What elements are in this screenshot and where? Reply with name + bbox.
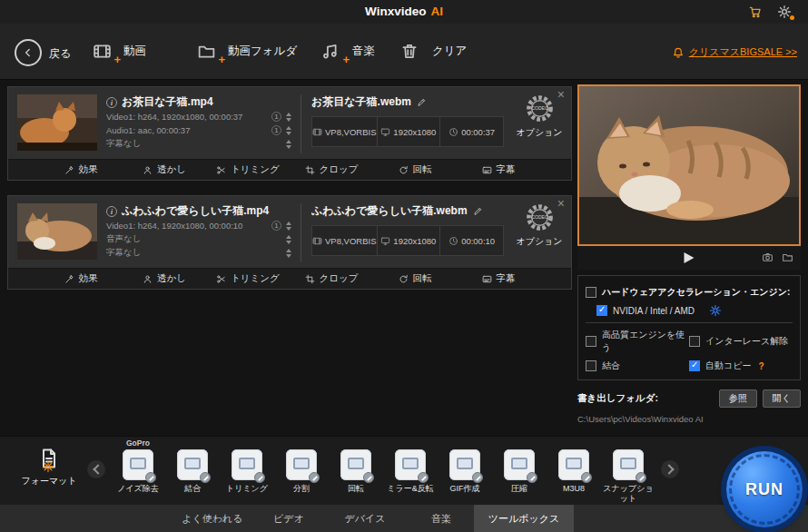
tool-mirror-flip[interactable]: ミラー&反転 xyxy=(385,449,436,503)
tool-merge[interactable]: 結合 xyxy=(167,449,218,503)
high-quality-checkbox[interactable] xyxy=(586,336,596,347)
add-music-button[interactable]: 音楽 xyxy=(320,42,375,61)
tool-compress[interactable]: 圧縮 xyxy=(494,449,545,503)
rotate-button[interactable]: 回転 xyxy=(373,163,457,176)
tool-snapshot[interactable]: スナップショット xyxy=(603,449,654,503)
trim-button[interactable]: トリミング xyxy=(206,272,290,285)
promo-banner-link[interactable]: クリスマスBIGSALE >> xyxy=(672,45,797,59)
cart-icon[interactable] xyxy=(748,5,763,19)
video-track-badge: 1 xyxy=(271,221,281,231)
tool-icon xyxy=(395,449,426,480)
codec-option-button[interactable]: CODEC オプション xyxy=(513,92,566,139)
tool-m3u8[interactable]: M3U8 xyxy=(548,449,599,503)
effect-button[interactable]: 効果 xyxy=(39,163,123,176)
subtitle-selector[interactable] xyxy=(286,140,291,149)
tool-icon xyxy=(504,449,535,480)
watermark-button[interactable]: 透かし xyxy=(123,163,206,176)
codec-chip: VP8,VORBIS xyxy=(312,117,377,146)
video-track-selector[interactable] xyxy=(286,113,291,122)
edit-actions-bar: 効果 透かし トリミング クロップ 回転 字幕 xyxy=(8,268,571,289)
tool-icon xyxy=(449,449,480,480)
wrench-badge-icon xyxy=(145,472,156,483)
settings-gear-icon[interactable] xyxy=(777,5,792,19)
tool-trim[interactable]: トリミング xyxy=(222,449,272,503)
tool-gif-maker[interactable]: GIF作成 xyxy=(439,449,490,503)
rename-pencil-icon[interactable] xyxy=(473,206,483,216)
merge-checkbox[interactable] xyxy=(586,360,596,371)
auto-copy-checkbox[interactable] xyxy=(689,360,700,371)
subtitle-button[interactable]: 字幕 xyxy=(457,272,540,285)
subtitle-info: 字幕なし xyxy=(106,247,286,259)
scroll-right-icon[interactable] xyxy=(661,460,679,478)
add-video-folder-button[interactable]: 動画フォルダ xyxy=(195,42,297,61)
add-video-button[interactable]: 動画 xyxy=(91,42,146,61)
video-track-selector[interactable] xyxy=(286,222,291,231)
run-button[interactable]: RUN xyxy=(726,451,803,527)
tab-video[interactable]: ビデオ xyxy=(256,505,321,532)
back-button[interactable] xyxy=(15,39,42,66)
tool-split[interactable]: 分割 xyxy=(276,449,327,503)
source-filename: お茶目な子猫.mp4 xyxy=(122,94,213,110)
tool-icon xyxy=(177,449,208,480)
subtitle-selector[interactable] xyxy=(286,249,291,258)
info-icon xyxy=(106,206,117,217)
audio-track-selector[interactable] xyxy=(286,235,291,244)
audio-track-badge: 1 xyxy=(271,125,281,135)
help-icon[interactable]: ? xyxy=(758,361,764,371)
gopro-label: GoPro xyxy=(113,438,163,448)
tool-icon xyxy=(558,449,589,480)
crop-icon xyxy=(305,165,315,175)
scissors-icon xyxy=(216,274,226,284)
browse-button[interactable]: 参照 xyxy=(719,389,757,408)
tab-device[interactable]: デバイス xyxy=(321,505,409,532)
crop-button[interactable]: クロップ xyxy=(290,163,373,176)
rotate-icon xyxy=(399,274,409,284)
codec-option-button[interactable]: CODEC オプション xyxy=(513,201,566,248)
audio-track-selector[interactable] xyxy=(286,126,291,135)
tab-toolbox[interactable]: ツールボックス xyxy=(474,505,574,532)
subtitle-button[interactable]: 字幕 xyxy=(457,163,540,176)
resolution-chip: 1920x1080 xyxy=(377,117,440,146)
deinterlace-checkbox[interactable] xyxy=(689,336,700,347)
gpu-gear-icon[interactable] xyxy=(709,304,722,317)
watermark-button[interactable]: 透かし xyxy=(123,272,206,285)
tool-rotate[interactable]: 回転 xyxy=(330,449,381,503)
format-button[interactable]: フォーマット xyxy=(20,446,78,488)
clock-icon xyxy=(448,127,458,137)
scroll-left-icon[interactable] xyxy=(87,460,105,478)
source-filename: ふわふわで愛らしい子猫.mp4 xyxy=(122,203,269,219)
subtitle-icon xyxy=(482,165,492,175)
snapshot-camera-icon[interactable] xyxy=(762,251,774,263)
tab-frequently-used[interactable]: よく使われる xyxy=(169,505,256,532)
wrench-badge-icon xyxy=(200,472,211,483)
crop-button[interactable]: クロップ xyxy=(290,272,373,285)
hw-accel-label: ハードウェアアクセラレーション・エンジン: xyxy=(602,286,790,299)
wrench-badge-icon xyxy=(418,472,429,483)
clear-button[interactable]: クリア xyxy=(399,42,467,61)
open-button[interactable]: 開く xyxy=(763,389,801,408)
crop-icon xyxy=(305,274,315,284)
clock-icon xyxy=(448,236,458,246)
wand-icon xyxy=(64,274,74,284)
tool-icon xyxy=(123,449,153,480)
tool-icon xyxy=(286,449,317,480)
gpu-engine-checkbox[interactable] xyxy=(596,305,607,316)
tab-music[interactable]: 音楽 xyxy=(409,505,474,532)
tool-icon xyxy=(613,449,644,480)
person-icon xyxy=(143,274,153,284)
bell-icon xyxy=(672,46,685,59)
wrench-badge-icon xyxy=(527,472,537,483)
rename-pencil-icon[interactable] xyxy=(417,97,427,107)
wrench-badge-icon xyxy=(254,472,265,483)
duration-chip: 00:00:10 xyxy=(439,226,503,255)
rotate-button[interactable]: 回転 xyxy=(373,272,457,285)
hw-accel-checkbox[interactable] xyxy=(586,287,596,298)
tool-noise-removal[interactable]: ノイズ除去 xyxy=(113,449,163,503)
video-track-badge: 1 xyxy=(271,112,281,122)
trash-icon xyxy=(399,42,422,61)
effect-button[interactable]: 効果 xyxy=(39,272,123,285)
trim-button[interactable]: トリミング xyxy=(206,163,290,176)
open-folder-icon[interactable] xyxy=(782,251,793,263)
play-icon[interactable] xyxy=(685,252,695,263)
format-gear-icon xyxy=(42,460,54,473)
